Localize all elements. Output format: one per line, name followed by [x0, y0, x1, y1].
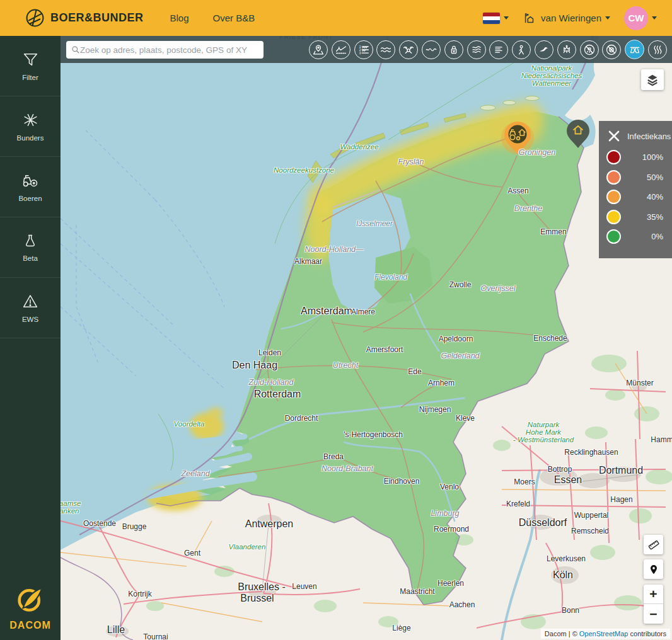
sidebar: Filter Bunders Boeren Beta EWS DACOM — [0, 36, 61, 640]
drone-icon[interactable] — [399, 40, 418, 59]
map-tools: 123 — [309, 36, 667, 63]
dacom-logo: DACOM — [0, 585, 61, 631]
measure-button[interactable] — [644, 535, 663, 554]
sidebar-item-filter[interactable]: Filter — [0, 36, 61, 96]
avatar: CW — [624, 6, 648, 30]
chevron-down-icon — [652, 16, 657, 20]
legend-color-dot — [606, 190, 621, 204]
location-pin-icon — [647, 563, 660, 576]
bird-icon[interactable] — [535, 40, 553, 59]
no-access-icon[interactable] — [602, 40, 621, 59]
sidebar-item-beta[interactable]: Beta — [0, 217, 61, 278]
filter-icon — [22, 51, 39, 68]
map-canvas[interactable]: FRIESE FRONTNationalpark Niedersächsisch… — [61, 36, 672, 640]
nl-flag-icon — [483, 13, 500, 24]
legend-row-100%: 100% — [599, 147, 672, 168]
sidebar-item-boeren[interactable]: Boeren — [0, 157, 61, 217]
top-header: BOER&BUNDER Blog Over B&B van Wieringen … — [0, 0, 672, 36]
zoom-in-button[interactable]: + — [644, 585, 663, 604]
legend-percentage: 35% — [647, 212, 663, 222]
legend-percentage: 0% — [651, 232, 663, 241]
zoom-controls: + − — [644, 585, 663, 624]
soil-layers-icon[interactable] — [467, 40, 486, 59]
ruler-icon — [647, 538, 661, 552]
parcels-icon — [22, 111, 39, 129]
lock-icon[interactable] — [444, 40, 463, 59]
insect-trap-icon[interactable] — [625, 40, 644, 59]
chevron-down-icon — [605, 16, 610, 20]
locate-button[interactable] — [644, 559, 663, 579]
water-level-icon[interactable] — [376, 40, 395, 59]
legend-color-dot — [606, 210, 621, 224]
search-icon — [71, 45, 80, 54]
chevron-down-icon — [504, 16, 509, 20]
layers-button[interactable] — [641, 69, 664, 90]
svg-text:3: 3 — [359, 51, 361, 54]
elevation-icon[interactable] — [332, 40, 350, 59]
account-selector[interactable]: van Wieringen — [523, 11, 610, 25]
zoom-out-button[interactable]: − — [644, 604, 663, 624]
legend-percentage: 100% — [642, 152, 663, 162]
nav-over-bb[interactable]: Over B&B — [213, 13, 255, 23]
dacom-logo-icon — [16, 585, 45, 614]
brand-name: BOER&BUNDER — [50, 11, 144, 25]
sidebar-item-ews[interactable]: EWS — [0, 278, 61, 338]
warning-icon — [21, 293, 39, 310]
flask-icon — [22, 232, 38, 249]
header-nav: Blog Over B&B — [170, 13, 255, 23]
language-selector[interactable] — [483, 13, 509, 24]
map-image — [61, 36, 672, 640]
user-menu[interactable]: CW — [624, 6, 657, 30]
legend-color-dot — [606, 150, 621, 164]
brand[interactable]: BOER&BUNDER — [25, 8, 144, 28]
heat-icon[interactable] — [648, 40, 667, 59]
boer-en-bunder-logo-icon — [25, 8, 45, 28]
legend-row-40%: 40% — [599, 187, 672, 207]
legend-row-35%: 35% — [599, 207, 672, 227]
account-name: van Wieringen — [541, 13, 601, 23]
map-marker-farm-tractor[interactable] — [501, 122, 534, 154]
government-icon[interactable] — [557, 40, 576, 59]
legend-row-0%: 0% — [599, 227, 672, 247]
map-attribution: Dacom | © OpenStreetMap contributors — [541, 629, 670, 639]
search-input[interactable] — [66, 41, 264, 59]
legend-percentage: 50% — [647, 173, 663, 182]
legend-color-dot — [606, 170, 621, 185]
no-spray-icon[interactable] — [580, 40, 599, 59]
list-icon[interactable] — [489, 40, 508, 59]
tractor-icon — [21, 172, 40, 189]
legend-color-dot — [606, 229, 621, 244]
location-search-icon[interactable] — [309, 40, 328, 59]
osm-link[interactable]: OpenStreetMap — [579, 630, 629, 637]
sidebar-item-bunders[interactable]: Bunders — [0, 96, 61, 157]
layers-icon — [646, 73, 659, 87]
legend-percentage: 40% — [647, 192, 663, 202]
search-field[interactable] — [80, 45, 258, 55]
legend-close-icon[interactable] — [606, 129, 622, 144]
watercourse-icon[interactable] — [422, 40, 441, 59]
legend-title: Infectiekans — [627, 132, 671, 141]
nav-blog[interactable]: Blog — [170, 13, 189, 23]
soil-profile-icon[interactable]: 123 — [354, 40, 373, 59]
legend-row-50%: 50% — [599, 168, 672, 188]
boer-en-bunder-app: FRIESE FRONTNationalpark Niedersächsisch… — [0, 0, 672, 640]
map-toolbar-strip: 123 — [61, 36, 672, 63]
infection-legend-panel: Infectiekans 100%50%40%35%0% — [599, 121, 672, 258]
person-icon[interactable] — [512, 40, 531, 59]
farm-icon — [523, 11, 536, 25]
